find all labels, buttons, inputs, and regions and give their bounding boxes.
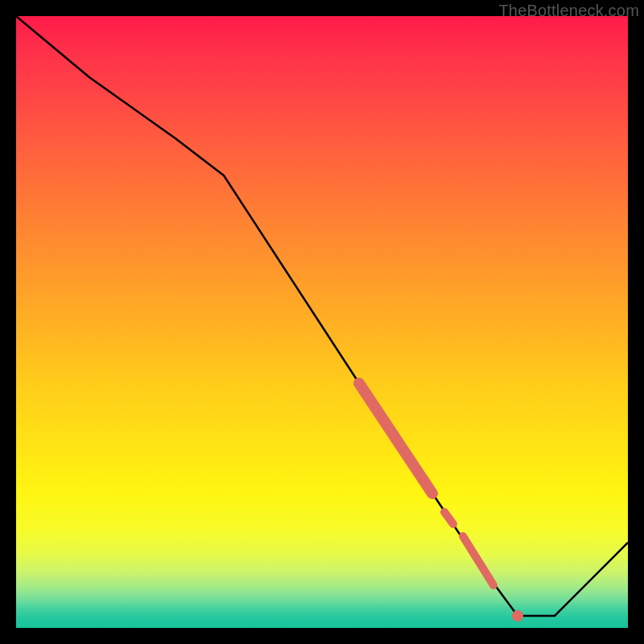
chart-frame: TheBottleneck.com <box>0 0 644 644</box>
highlight-point <box>512 610 523 621</box>
highlight-segment-3 <box>463 536 493 585</box>
plot-area <box>16 16 628 628</box>
trend-line <box>16 16 628 616</box>
highlight-segment-2 <box>444 512 453 524</box>
chart-svg <box>16 16 628 628</box>
watermark-text: TheBottleneck.com <box>498 2 639 20</box>
highlight-segment-1 <box>359 383 432 493</box>
